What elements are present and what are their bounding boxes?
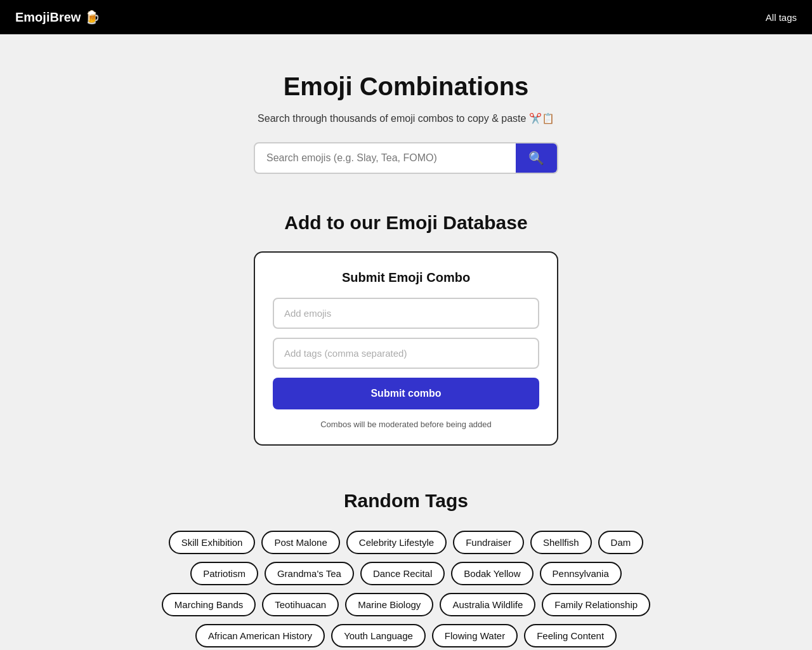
random-tags-section: Random Tags Skill ExhibitionPost MaloneC… xyxy=(0,477,812,650)
tag-pill[interactable]: Dam xyxy=(598,531,644,554)
hero-title: Emoji Combinations xyxy=(13,72,799,101)
tags-row: PatriotismGrandma's TeaDance RecitalBoda… xyxy=(190,562,622,585)
tag-pill[interactable]: Marching Bands xyxy=(162,593,256,616)
submit-card-heading: Submit Emoji Combo xyxy=(273,270,539,285)
search-input[interactable] xyxy=(255,143,516,173)
tags-row: Skill ExhibitionPost MaloneCelebrity Lif… xyxy=(169,531,644,554)
random-tags-title: Random Tags xyxy=(13,490,799,512)
tag-pill[interactable]: Pennsylvania xyxy=(540,562,622,585)
tags-container: Skill ExhibitionPost MaloneCelebrity Lif… xyxy=(13,531,799,647)
tag-pill[interactable]: African American History xyxy=(195,624,325,647)
tag-pill[interactable]: Marine Biology xyxy=(345,593,433,616)
tag-pill[interactable]: Grandma's Tea xyxy=(265,562,354,585)
submit-note: Combos will be moderated before being ad… xyxy=(273,420,539,429)
tag-pill[interactable]: Feeling Content xyxy=(524,624,617,647)
search-button[interactable]: 🔍 xyxy=(516,143,557,173)
tag-pill[interactable]: Shellfish xyxy=(530,531,592,554)
add-title: Add to our Emoji Database xyxy=(13,212,799,234)
navbar: EmojiBrew 🍺 All tags xyxy=(0,0,812,34)
tag-pill[interactable]: Celebrity Lifestyle xyxy=(346,531,447,554)
submit-button[interactable]: Submit combo xyxy=(273,378,539,409)
add-section: Add to our Emoji Database Submit Emoji C… xyxy=(0,199,812,477)
tag-pill[interactable]: Skill Exhibition xyxy=(169,531,256,554)
tags-input[interactable] xyxy=(273,338,539,369)
tag-pill[interactable]: Fundraiser xyxy=(453,531,524,554)
tag-pill[interactable]: Post Malone xyxy=(261,531,339,554)
search-bar: 🔍 xyxy=(254,142,558,174)
tag-pill[interactable]: Family Relationship xyxy=(542,593,650,616)
tag-pill[interactable]: Dance Recital xyxy=(360,562,445,585)
tags-row: Marching BandsTeotihuacanMarine BiologyA… xyxy=(162,593,650,616)
tag-pill[interactable]: Patriotism xyxy=(190,562,258,585)
nav-logo: EmojiBrew 🍺 xyxy=(15,10,100,25)
all-tags-link[interactable]: All tags xyxy=(766,12,797,23)
tags-row: African American HistoryYouth LanguageFl… xyxy=(195,624,617,647)
submit-card: Submit Emoji Combo Submit combo Combos w… xyxy=(254,251,558,446)
hero-section: Emoji Combinations Search through thousa… xyxy=(0,34,812,199)
tag-pill[interactable]: Australia Wildlife xyxy=(440,593,535,616)
tag-pill[interactable]: Youth Language xyxy=(331,624,426,647)
tag-pill[interactable]: Flowing Water xyxy=(432,624,518,647)
emoji-input[interactable] xyxy=(273,298,539,329)
tag-pill[interactable]: Teotihuacan xyxy=(262,593,339,616)
tag-pill[interactable]: Bodak Yellow xyxy=(451,562,533,585)
hero-subtitle: Search through thousands of emoji combos… xyxy=(13,112,799,124)
